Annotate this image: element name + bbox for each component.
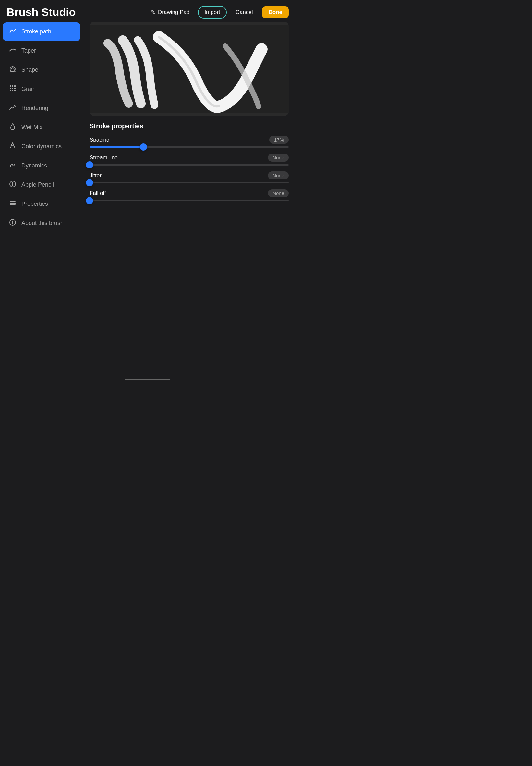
sidebar-item-label-color-dynamics: Color dynamics [21,143,62,150]
sidebar-item-rendering[interactable]: Rendering [3,99,80,117]
page-title: Brush Studio [6,6,76,18]
header: Brush Studio ✎ Drawing Pad Import Cancel… [0,0,295,22]
jitter-value: None [268,171,289,179]
color-dynamics-icon [8,142,17,151]
svg-point-0 [10,67,15,72]
streamline-label: StreamLine [90,154,118,161]
svg-rect-16 [10,204,16,205]
sidebar-item-shape[interactable]: Shape [3,61,80,79]
svg-rect-6 [14,88,16,89]
cancel-button[interactable]: Cancel [232,7,257,18]
svg-rect-3 [14,85,16,87]
brush-preview [90,22,289,116]
sidebar-item-label-rendering: Rendering [21,105,48,112]
spacing-slider[interactable] [90,146,289,148]
svg-rect-7 [10,90,11,91]
svg-rect-9 [14,90,16,91]
spacing-thumb[interactable] [140,143,147,151]
spacing-label: Spacing [90,137,109,143]
stroke-properties-section: Stroke properties Spacing 17% StreamLine… [90,122,289,207]
sidebar-item-label-dynamics: Dynamics [21,162,47,169]
sidebar-item-label-taper: Taper [21,47,36,54]
jitter-row: Jitter None [90,171,289,183]
falloff-value: None [268,189,289,197]
sidebar: Stroke path Taper Shape [0,22,83,375]
stroke-properties-title: Stroke properties [90,122,289,130]
svg-rect-4 [10,88,11,89]
spacing-row: Spacing 17% [90,136,289,148]
content-area: Stroke properties Spacing 17% StreamLine… [83,22,295,375]
import-button[interactable]: Import [198,6,226,18]
svg-point-10 [10,165,11,167]
svg-rect-2 [12,85,13,87]
svg-rect-1 [10,85,11,87]
sidebar-item-properties[interactable]: Properties [3,195,80,213]
jitter-thumb[interactable] [86,179,93,186]
svg-rect-15 [10,203,16,204]
sidebar-item-label-grain: Grain [21,86,36,92]
taper-icon [8,46,17,55]
wet-mix-icon [8,123,17,132]
sidebar-item-label-apple-pencil: Apple Pencil [21,181,54,188]
sidebar-item-taper[interactable]: Taper [3,42,80,60]
sidebar-item-label-shape: Shape [21,67,38,73]
streamline-slider[interactable] [90,164,289,165]
apple-pencil-icon [8,180,17,189]
grain-icon [8,85,17,93]
sidebar-item-label-about: About this brush [21,220,64,226]
stroke-path-icon [8,27,17,36]
sidebar-item-grain[interactable]: Grain [3,80,80,98]
sidebar-item-color-dynamics[interactable]: Color dynamics [3,137,80,156]
sidebar-item-dynamics[interactable]: Dynamics [3,156,80,175]
jitter-label: Jitter [90,172,102,179]
drawing-pad-label: Drawing Pad [158,9,189,16]
dynamics-icon [8,161,17,170]
jitter-slider[interactable] [90,182,289,183]
falloff-thumb[interactable] [86,197,93,204]
shape-icon [8,66,17,74]
sidebar-item-wet-mix[interactable]: Wet Mix [3,118,80,137]
sidebar-item-apple-pencil[interactable]: Apple Pencil [3,176,80,194]
svg-rect-14 [10,201,16,202]
done-button[interactable]: Done [262,6,289,18]
drawing-pad-button[interactable]: ✎ Drawing Pad [147,7,193,18]
home-indicator [125,379,170,380]
falloff-label: Fall off [90,190,106,197]
streamline-thumb[interactable] [86,161,93,168]
streamline-value: None [268,153,289,162]
main-layout: Stroke path Taper Shape [0,22,295,375]
about-icon [8,219,17,227]
drawing-pad-icon: ✎ [151,9,155,16]
sidebar-item-label-properties: Properties [21,201,48,207]
rendering-icon [8,104,17,113]
sidebar-item-stroke-path[interactable]: Stroke path [3,22,80,41]
spacing-value: 17% [269,136,289,144]
sidebar-item-label-wet-mix: Wet Mix [21,124,42,131]
sidebar-item-label-stroke-path: Stroke path [21,28,51,35]
sidebar-item-about[interactable]: About this brush [3,214,80,232]
falloff-row: Fall off None [90,189,289,201]
streamline-row: StreamLine None [90,153,289,165]
falloff-slider[interactable] [90,200,289,201]
spacing-fill [90,146,143,148]
svg-rect-8 [12,90,13,91]
properties-icon [8,200,17,208]
svg-rect-5 [12,88,13,89]
